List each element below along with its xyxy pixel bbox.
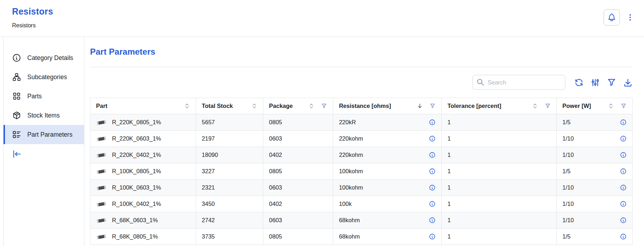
part-thumbnail <box>96 201 107 207</box>
column-filter-icon[interactable] <box>545 103 551 109</box>
part-name[interactable]: R_220K_0402_1% <box>112 152 161 158</box>
column-filter-icon[interactable] <box>621 103 627 109</box>
sidebar-item-category-details[interactable]: Category Details <box>4 48 84 67</box>
total-stock-cell: 3450 <box>196 196 263 212</box>
sidebar-item-stock-items[interactable]: Stock Items <box>4 106 84 125</box>
search-input[interactable] <box>472 75 565 90</box>
total-stock-cell: 5657 <box>196 114 263 131</box>
table-row[interactable]: R_68K_0805_1%3735080568kohm11/5 <box>90 229 633 245</box>
table-row[interactable]: R_68K_0603_1%2742060368kohm11/10 <box>90 212 633 229</box>
info-icon[interactable] <box>620 135 627 142</box>
info-icon[interactable] <box>620 201 627 207</box>
info-icon[interactable] <box>620 119 627 126</box>
table-row[interactable]: R_100K_0805_1%32270805100kohm11/5 <box>90 163 633 180</box>
info-icon[interactable] <box>429 119 436 126</box>
dots-vertical-icon <box>626 13 635 22</box>
sort-toggle-icon[interactable] <box>608 103 614 109</box>
info-icon[interactable] <box>429 152 436 158</box>
part-thumbnail <box>96 234 107 240</box>
download-button[interactable] <box>623 78 633 87</box>
part-thumbnail <box>96 152 107 158</box>
table-body: R_220K_0805_1%56570805220kR11/5R_220K_06… <box>90 114 633 245</box>
table-row[interactable]: R_220K_0402_1%180900402220kohm11/10 <box>90 147 633 163</box>
resistance-cell: 100k <box>333 196 442 212</box>
table-row[interactable]: R_220K_0603_1%21970603220kohm11/10 <box>90 131 633 147</box>
table-row[interactable]: R_100K_0402_1%34500402100k11/10 <box>90 196 633 212</box>
filters-button[interactable] <box>607 78 616 87</box>
power-cell: 1/5 <box>556 229 632 245</box>
sort-toggle-icon[interactable] <box>184 103 190 109</box>
sidebar-item-parts[interactable]: Parts <box>4 87 84 106</box>
resistance-cell-value: 100kohm <box>339 168 363 175</box>
panel-divider <box>90 67 633 67</box>
column-label: Total Stock <box>202 103 233 109</box>
column-header-power-w[interactable]: Power [W] <box>556 98 632 114</box>
package-cell: 0603 <box>263 180 333 196</box>
info-icon[interactable] <box>429 233 436 240</box>
info-icon[interactable] <box>620 168 627 175</box>
part-name[interactable]: R_220K_0603_1% <box>112 135 161 142</box>
columns-button[interactable] <box>590 78 600 87</box>
column-filter-icon[interactable] <box>430 103 436 109</box>
column-header-tolerance-percent[interactable]: Tolerance [percent] <box>442 98 556 114</box>
sort-toggle-icon[interactable] <box>532 103 538 109</box>
download-icon <box>623 78 633 87</box>
info-icon[interactable] <box>429 168 436 175</box>
column-header-resistance-ohms[interactable]: Resistance [ohms] <box>333 98 442 114</box>
overflow-menu-button[interactable] <box>626 9 635 26</box>
collapse-sidebar-button[interactable] <box>12 149 22 159</box>
package-cell: 0805 <box>263 114 333 131</box>
package-cell: 0805 <box>263 229 333 245</box>
table-header-row: PartTotal StockPackageResistance [ohms]T… <box>90 98 633 114</box>
sort-toggle-icon[interactable] <box>308 103 314 109</box>
column-header-part[interactable]: Part <box>90 98 196 114</box>
column-filter-icon[interactable] <box>321 103 327 109</box>
power-cell: 1/10 <box>556 196 632 212</box>
part-name[interactable]: R_100K_0603_1% <box>112 184 161 191</box>
tolerance-cell: 1 <box>442 196 556 212</box>
sidebar-item-part-parameters[interactable]: Part Parameters <box>4 125 84 144</box>
info-icon[interactable] <box>620 152 627 158</box>
resistance-cell-value: 100k <box>339 201 352 207</box>
column-header-package[interactable]: Package <box>263 98 333 114</box>
tolerance-cell: 1 <box>442 114 556 131</box>
refresh-button[interactable] <box>574 78 584 87</box>
body: Category Details Subcategories Parts Sto… <box>3 37 644 246</box>
part-name[interactable]: R_68K_0805_1% <box>112 233 158 240</box>
part-name[interactable]: R_220K_0805_1% <box>112 119 161 126</box>
part-thumbnail <box>96 185 107 191</box>
main-panel: Part Parameters PartTotal StockPackageRe… <box>84 37 644 246</box>
sort-toggle-icon[interactable] <box>251 103 257 109</box>
resistance-cell-value: 220kohm <box>339 135 363 142</box>
total-stock-cell: 3227 <box>196 163 263 180</box>
part-name[interactable]: R_68K_0603_1% <box>112 217 158 224</box>
sitemap-icon <box>12 72 21 82</box>
part-thumbnail <box>96 136 107 142</box>
total-stock-cell: 2197 <box>196 131 263 147</box>
info-icon[interactable] <box>429 201 436 207</box>
part-name[interactable]: R_100K_0805_1% <box>112 168 161 175</box>
breadcrumb[interactable]: Resistors <box>12 22 53 29</box>
total-stock-cell: 3735 <box>196 229 263 245</box>
table-row[interactable]: R_100K_0603_1%23210603100kohm11/10 <box>90 180 633 196</box>
notifications-button[interactable] <box>604 9 620 26</box>
sort-descending-icon[interactable] <box>417 103 423 109</box>
package-cell: 0402 <box>263 147 333 163</box>
info-icon[interactable] <box>429 217 436 224</box>
column-header-total-stock[interactable]: Total Stock <box>196 98 263 114</box>
sidebar-item-subcategories[interactable]: Subcategories <box>4 67 84 87</box>
sidebar-nav: Category Details Subcategories Parts Sto… <box>4 37 84 246</box>
resistance-cell: 100kohm <box>333 163 442 180</box>
info-icon[interactable] <box>620 184 627 191</box>
sidebar-item-label: Category Details <box>27 54 73 62</box>
resistance-cell: 220kohm <box>333 147 442 163</box>
info-icon[interactable] <box>429 184 436 191</box>
info-icon[interactable] <box>620 217 627 224</box>
total-stock-cell: 2742 <box>196 212 263 229</box>
info-icon[interactable] <box>429 135 436 142</box>
info-icon[interactable] <box>620 233 627 240</box>
column-label: Power [W] <box>562 103 591 109</box>
resistance-cell: 68kohm <box>333 212 442 229</box>
part-name[interactable]: R_100K_0402_1% <box>112 201 161 207</box>
table-row[interactable]: R_220K_0805_1%56570805220kR11/5 <box>90 114 633 131</box>
